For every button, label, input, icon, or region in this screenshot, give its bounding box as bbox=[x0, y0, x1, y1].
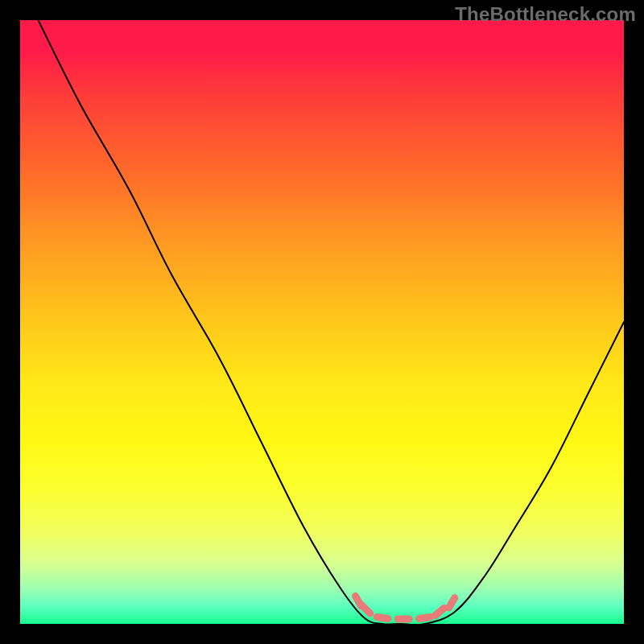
chart-area bbox=[20, 20, 624, 624]
optimal-mark bbox=[377, 617, 388, 619]
chart-svg bbox=[20, 20, 624, 624]
optimal-mark bbox=[362, 605, 370, 613]
optimal-mark bbox=[419, 617, 431, 619]
bottleneck-curve bbox=[39, 20, 625, 624]
watermark-text: TheBottleneck.com bbox=[455, 3, 636, 26]
optimal-mark bbox=[436, 609, 444, 616]
optimal-range-marks bbox=[356, 596, 455, 619]
optimal-mark bbox=[449, 598, 455, 608]
